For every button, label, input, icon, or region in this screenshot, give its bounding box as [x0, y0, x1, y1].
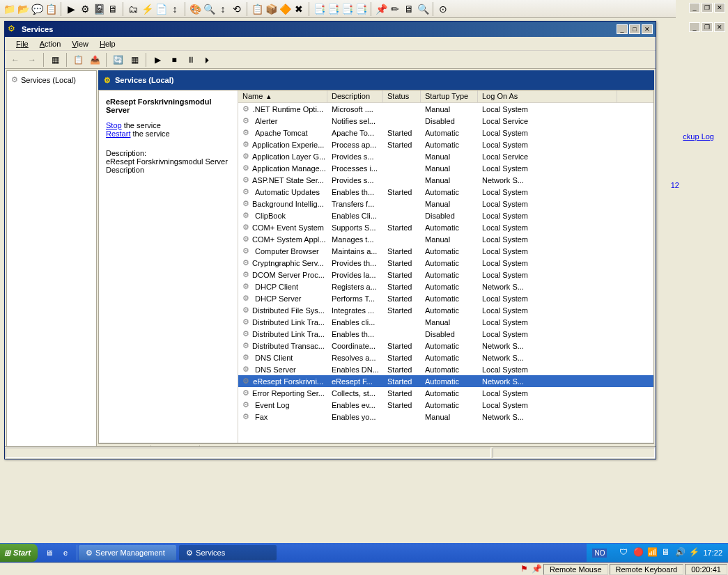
language-indicator[interactable]: NO: [592, 549, 607, 558]
toolbar-icon-5[interactable]: ⚙: [79, 3, 91, 15]
show-hide-tree-button[interactable]: ▦: [47, 52, 63, 68]
toolbar-icon-10[interactable]: 📄: [155, 3, 167, 15]
restart-service-button[interactable]: ⏵: [200, 52, 215, 68]
stop-service-link[interactable]: Stop: [106, 121, 122, 129]
bg2-restore-button[interactable]: ❐: [702, 22, 713, 32]
toolbar-icon-18[interactable]: 🔶: [279, 3, 291, 15]
service-row[interactable]: ⚙eResept Forskrivni...eResept F...Starte…: [238, 375, 653, 387]
column-description[interactable]: Description: [327, 90, 383, 102]
toolbar-icon-6[interactable]: 📓: [93, 3, 105, 15]
toolbar-icon-9[interactable]: ⚡: [141, 3, 153, 15]
service-row[interactable]: ⚙DCOM Server Proc...Provides la...Starte…: [238, 269, 653, 281]
column-startup-type[interactable]: Startup Type: [421, 90, 478, 102]
bg2-minimize-button[interactable]: _: [689, 22, 700, 32]
toolbar-icon-27[interactable]: 🔍: [417, 3, 429, 15]
toolbar-icon-20[interactable]: 📑: [313, 3, 325, 15]
tray-icon-2[interactable]: 🔴: [633, 547, 644, 558]
service-row[interactable]: ⚙Distributed File Sys...Integrates ...St…: [238, 304, 653, 316]
toolbar-icon-0[interactable]: 📁: [3, 3, 15, 15]
close-button[interactable]: ✕: [642, 24, 653, 34]
toolbar-icon-23[interactable]: 📑: [355, 3, 367, 15]
toolbar-icon-4[interactable]: ▶: [65, 3, 77, 15]
service-row[interactable]: ⚙.NET Runtime Opti...Microsoft ....Manua…: [238, 103, 653, 115]
titlebar[interactable]: ⚙ Services _ □ ✕: [5, 22, 656, 37]
bg-minimize-button[interactable]: _: [689, 3, 700, 13]
tree-root-services-local[interactable]: ⚙ Services (Local): [10, 74, 93, 86]
toolbar-icon-28[interactable]: ⊙: [437, 3, 449, 15]
service-row[interactable]: ⚙AlerterNotifies sel...DisabledLocal Ser…: [238, 115, 653, 127]
toolbar-icon-26[interactable]: 🖥: [403, 3, 415, 15]
help-button[interactable]: ▦: [127, 52, 142, 68]
remote-keyboard-indicator[interactable]: Remote Keyboard: [610, 564, 684, 575]
backup-log-link[interactable]: ckup Log: [683, 132, 714, 141]
quicklaunch-desktop[interactable]: 🖥: [42, 546, 56, 560]
start-service-button[interactable]: ▶: [150, 52, 165, 68]
tray-icon-3[interactable]: 📶: [647, 547, 658, 558]
toolbar-icon-17[interactable]: 📦: [265, 3, 277, 15]
service-row[interactable]: ⚙Cryptngraphic Serv...Provides th...Star…: [238, 257, 653, 269]
service-row[interactable]: ⚙Error Reporting Ser...Collects, st...St…: [238, 387, 653, 399]
service-row[interactable]: ⚙FaxEnables yo...ManualNetwork S...: [238, 411, 653, 423]
back-button[interactable]: ←: [8, 52, 23, 68]
toolbar-icon-21[interactable]: 📑: [327, 3, 339, 15]
tray-icon-5[interactable]: 🔊: [675, 547, 686, 558]
toolbar-icon-24[interactable]: 📌: [375, 3, 387, 15]
menu-action[interactable]: Action: [34, 38, 67, 49]
forward-button[interactable]: →: [24, 52, 40, 68]
tray-icon-4[interactable]: 🖥: [661, 547, 672, 558]
clock[interactable]: 17:22: [703, 549, 722, 557]
service-row[interactable]: ⚙Distributed Link Tra...Enables th...Dis…: [238, 328, 653, 340]
service-row[interactable]: ⚙Background Intellig...Transfers f...Man…: [238, 198, 653, 210]
toolbar-icon-8[interactable]: 🗂: [127, 3, 139, 15]
toolbar-icon-14[interactable]: ↕: [217, 3, 229, 15]
pause-service-button[interactable]: ⏸: [183, 52, 199, 68]
taskbar-task[interactable]: ⚙Services: [179, 545, 277, 560]
toolbar-icon-22[interactable]: 📑: [341, 3, 353, 15]
tray-icon-1[interactable]: 🛡: [619, 547, 630, 558]
service-row[interactable]: ⚙Event LogEnables ev...StartedAutomaticL…: [238, 399, 653, 411]
export-button[interactable]: 📤: [87, 52, 102, 68]
column-status[interactable]: Status: [383, 90, 421, 102]
service-row[interactable]: ⚙DHCP ClientRegisters a...StartedAutomat…: [238, 281, 653, 292]
service-row[interactable]: ⚙DHCP ServerPerforms T...StartedAutomati…: [238, 292, 653, 304]
bg-close-button[interactable]: ✕: [714, 3, 725, 13]
refresh-button[interactable]: 🔄: [110, 52, 125, 68]
toolbar-icon-12[interactable]: 🎨: [189, 3, 201, 15]
tray-icon-6[interactable]: ⚡: [689, 547, 700, 558]
service-row[interactable]: ⚙Distributed Transac...Coordinate...Star…: [238, 340, 653, 352]
quicklaunch-ie[interactable]: e: [59, 546, 72, 560]
toolbar-icon-3[interactable]: 📋: [45, 3, 57, 15]
restart-service-link[interactable]: Restart: [106, 129, 130, 138]
service-row[interactable]: ⚙ASP.NET State Ser...Provides s...Manual…: [238, 174, 653, 186]
toolbar-icon-7[interactable]: 🖥: [107, 3, 119, 15]
service-row[interactable]: ⚙Distributed Link Tra...Enables cli...Ma…: [238, 316, 653, 328]
toolbar-icon-15[interactable]: ⟲: [231, 3, 243, 15]
service-row[interactable]: ⚙Apache TomcatApache To...StartedAutomat…: [238, 127, 653, 139]
toolbar-icon-16[interactable]: 📋: [251, 3, 263, 15]
service-row[interactable]: ⚙COM+ Event SystemSupports S...StartedAu…: [238, 221, 653, 233]
properties-button[interactable]: 📋: [70, 52, 86, 68]
service-row[interactable]: ⚙ClipBookEnables Cli...DisabledLocal Sys…: [238, 210, 653, 221]
toolbar-icon-19[interactable]: ✖: [293, 3, 305, 15]
service-row[interactable]: ⚙Automatic UpdatesEnables th...StartedAu…: [238, 186, 653, 198]
column-logon-as[interactable]: Log On As: [478, 90, 617, 102]
service-row[interactable]: ⚙Computer BrowserMaintains a...StartedAu…: [238, 245, 653, 257]
toolbar-icon-2[interactable]: 💬: [31, 3, 43, 15]
taskbar-task[interactable]: ⚙Server Management: [79, 545, 176, 560]
toolbar-icon-11[interactable]: ↕: [169, 3, 181, 15]
service-row[interactable]: ⚙Application Manage...Processes i...Manu…: [238, 162, 653, 174]
toolbar-icon-13[interactable]: 🔍: [203, 3, 215, 15]
start-button[interactable]: ⊞ Start: [0, 544, 38, 562]
maximize-button[interactable]: □: [629, 24, 640, 34]
toolbar-icon-1[interactable]: 📂: [17, 3, 29, 15]
column-name[interactable]: Name ▴: [238, 90, 327, 102]
remote-mouse-indicator[interactable]: Remote Mouse: [543, 564, 608, 575]
bg2-close-button[interactable]: ✕: [714, 22, 725, 32]
stop-service-button[interactable]: ■: [166, 52, 182, 68]
service-row[interactable]: ⚙DNS ServerEnables DN...StartedAutomatic…: [238, 363, 653, 375]
minimize-button[interactable]: _: [617, 24, 628, 34]
menu-view[interactable]: View: [66, 38, 94, 49]
bg-restore-button[interactable]: ❐: [702, 3, 713, 13]
service-row[interactable]: ⚙Application Experie...Process ap...Star…: [238, 139, 653, 150]
toolbar-icon-25[interactable]: ✏: [389, 3, 401, 15]
